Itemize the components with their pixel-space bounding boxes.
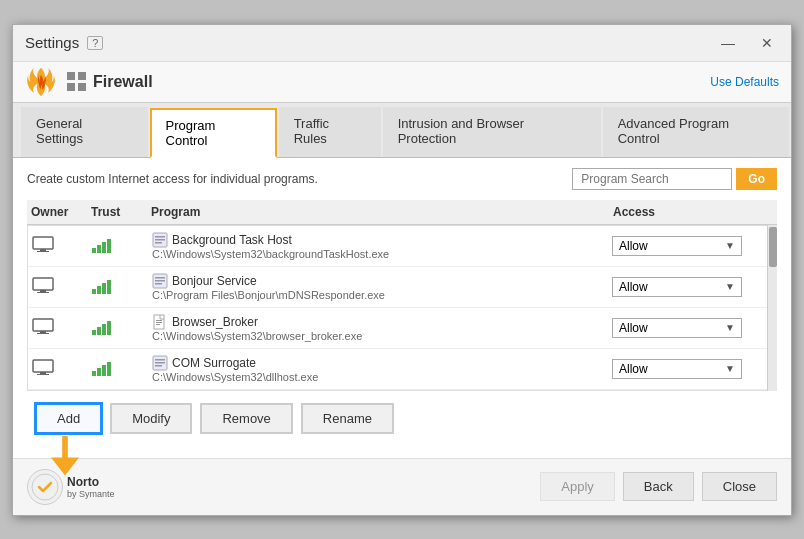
- table-row: COM Surrogate C:\Windows\System32\dllhos…: [28, 349, 776, 390]
- program-path-1: C:\Program Files\Bonjour\mDNSResponder.e…: [152, 289, 612, 301]
- minimize-button[interactable]: —: [715, 33, 741, 53]
- search-bar: Create custom Internet access for indivi…: [27, 168, 777, 190]
- table-row: Bonjour Service C:\Program Files\Bonjour…: [28, 267, 776, 308]
- program-cell-0: Background Task Host C:\Windows\System32…: [152, 232, 612, 260]
- search-controls: Go: [572, 168, 777, 190]
- search-input[interactable]: [572, 168, 732, 190]
- help-badge[interactable]: ?: [87, 36, 103, 50]
- modify-button[interactable]: Modify: [110, 403, 192, 434]
- program-cell-1: Bonjour Service C:\Program Files\Bonjour…: [152, 273, 612, 301]
- svg-rect-13: [155, 283, 162, 285]
- norton-text-block: Norto by Symante: [67, 475, 115, 499]
- trust-cell-2: [92, 321, 152, 335]
- title-bar-controls: — ✕: [715, 33, 779, 53]
- svg-rect-23: [37, 374, 49, 375]
- close-button[interactable]: ✕: [755, 33, 779, 53]
- program-icon-2: [152, 314, 168, 330]
- norton-name: Norto: [67, 475, 115, 489]
- program-icon-0: [152, 232, 168, 248]
- select-arrow-1: ▼: [725, 281, 735, 292]
- col-program: Program: [151, 205, 613, 219]
- access-select-2[interactable]: Allow ▼: [612, 318, 742, 338]
- svg-rect-26: [155, 362, 165, 364]
- monitor-icon: [32, 359, 54, 375]
- svg-rect-14: [33, 319, 53, 331]
- table-header: Owner Trust Program Access: [27, 200, 777, 225]
- apply-button[interactable]: Apply: [540, 472, 615, 501]
- back-button[interactable]: Back: [623, 472, 694, 501]
- table-row: Browser_Broker C:\Windows\System32\brows…: [28, 308, 776, 349]
- program-name-2: Browser_Broker: [172, 315, 258, 329]
- rename-button[interactable]: Rename: [301, 403, 394, 434]
- toolbar: Firewall Use Defaults: [13, 62, 791, 103]
- svg-rect-22: [40, 372, 46, 374]
- svg-rect-8: [40, 290, 46, 292]
- program-name-3: COM Surrogate: [172, 356, 256, 370]
- svg-rect-2: [37, 251, 49, 252]
- select-arrow-3: ▼: [725, 363, 735, 374]
- tab-general[interactable]: General Settings: [21, 107, 148, 157]
- select-arrow-2: ▼: [725, 322, 735, 333]
- access-cell-0[interactable]: Allow ▼: [612, 236, 772, 256]
- tab-bar: General Settings Program Control Traffic…: [13, 103, 791, 158]
- scrollbar-thumb[interactable]: [769, 227, 777, 267]
- access-cell-3[interactable]: Allow ▼: [612, 359, 772, 379]
- table-scroll-container: Background Task Host C:\Windows\System32…: [27, 225, 777, 391]
- brand-title: Firewall: [93, 73, 153, 91]
- col-access: Access: [613, 205, 773, 219]
- access-cell-2[interactable]: Allow ▼: [612, 318, 772, 338]
- svg-rect-0: [33, 237, 53, 249]
- program-name-1: Bonjour Service: [172, 274, 257, 288]
- owner-cell-2: [32, 318, 92, 337]
- svg-rect-20: [156, 324, 160, 325]
- svg-rect-16: [37, 333, 49, 334]
- trust-cell-0: [92, 239, 152, 253]
- content-area: Create custom Internet access for indivi…: [13, 158, 791, 458]
- monitor-icon: [32, 277, 54, 293]
- monitor-icon: [32, 318, 54, 334]
- owner-cell-0: [32, 236, 92, 255]
- title-bar: Settings ? — ✕: [13, 25, 791, 62]
- program-icon-3: [152, 355, 168, 371]
- svg-rect-18: [156, 320, 162, 321]
- add-button-container: Add: [35, 403, 102, 434]
- trust-cell-3: [92, 362, 152, 376]
- svg-rect-21: [33, 360, 53, 372]
- footer: Norto by Symante Apply Back Close: [13, 458, 791, 515]
- access-select-3[interactable]: Allow ▼: [612, 359, 742, 379]
- brand-area: Firewall: [25, 66, 153, 98]
- svg-rect-25: [155, 359, 165, 361]
- access-cell-1[interactable]: Allow ▼: [612, 277, 772, 297]
- col-trust: Trust: [91, 205, 151, 219]
- cursor-arrow-indicator: [51, 436, 79, 476]
- svg-rect-4: [155, 236, 165, 238]
- svg-rect-27: [155, 365, 162, 367]
- program-cell-3: COM Surrogate C:\Windows\System32\dllhos…: [152, 355, 612, 383]
- norton-sub: by Symante: [67, 489, 115, 499]
- tab-advanced[interactable]: Advanced Program Control: [603, 107, 789, 157]
- tab-program-control[interactable]: Program Control: [150, 108, 277, 158]
- svg-rect-7: [33, 278, 53, 290]
- access-select-1[interactable]: Allow ▼: [612, 277, 742, 297]
- access-select-0[interactable]: Allow ▼: [612, 236, 742, 256]
- add-button[interactable]: Add: [35, 403, 102, 434]
- tab-intrusion[interactable]: Intrusion and Browser Protection: [383, 107, 601, 157]
- table-scrollbar[interactable]: [767, 225, 777, 391]
- svg-rect-19: [156, 322, 162, 323]
- trust-cell-1: [92, 280, 152, 294]
- svg-rect-5: [155, 239, 165, 241]
- grid-icon: [67, 72, 87, 92]
- window-title: Settings: [25, 34, 79, 51]
- title-bar-left: Settings ?: [25, 34, 103, 51]
- owner-cell-1: [32, 277, 92, 296]
- remove-button[interactable]: Remove: [200, 403, 292, 434]
- close-footer-button[interactable]: Close: [702, 472, 777, 501]
- tab-traffic[interactable]: Traffic Rules: [279, 107, 381, 157]
- svg-rect-15: [40, 331, 46, 333]
- svg-rect-9: [37, 292, 49, 293]
- footer-buttons: Apply Back Close: [540, 472, 777, 501]
- select-arrow-0: ▼: [725, 240, 735, 251]
- bottom-actions: Add Modify Remove Rename: [27, 391, 777, 442]
- go-button[interactable]: Go: [736, 168, 777, 190]
- use-defaults-link[interactable]: Use Defaults: [710, 75, 779, 89]
